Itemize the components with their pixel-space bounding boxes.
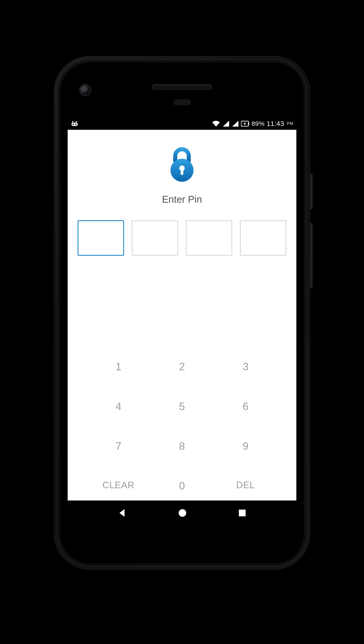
svg-rect-11 (239, 510, 246, 516)
svg-point-4 (75, 124, 76, 125)
key-5[interactable]: 5 (150, 400, 214, 412)
pin-input-row (78, 220, 286, 256)
pin-cell-2[interactable] (132, 220, 178, 256)
nav-back-button[interactable] (117, 508, 128, 518)
device-screen: 89% 11:43 PM (68, 118, 296, 526)
key-6[interactable]: 6 (214, 400, 277, 412)
pin-cell-4[interactable] (240, 220, 286, 256)
key-4[interactable]: 4 (87, 400, 150, 412)
numeric-keypad: 1 2 3 4 5 6 7 8 9 CLEAR 0 DEL (68, 360, 296, 492)
nav-recent-button[interactable] (237, 508, 247, 518)
key-0[interactable]: 0 (150, 480, 214, 492)
key-clear[interactable]: CLEAR (87, 480, 150, 492)
wifi-icon (212, 120, 220, 127)
svg-point-10 (178, 509, 186, 517)
stage: 89% 11:43 PM (0, 0, 364, 644)
svg-point-1 (76, 121, 77, 122)
key-7[interactable]: 7 (87, 440, 150, 452)
pin-cell-3[interactable] (186, 220, 232, 256)
android-nav-bar (68, 500, 296, 526)
pin-prompt: Enter Pin (162, 194, 202, 205)
front-camera (80, 85, 90, 95)
pin-cell-1[interactable] (78, 220, 124, 256)
svg-point-3 (73, 124, 74, 125)
svg-rect-6 (248, 122, 249, 125)
power-button (310, 173, 313, 209)
lock-icon (165, 146, 199, 182)
svg-rect-2 (72, 122, 78, 126)
key-2[interactable]: 2 (150, 360, 214, 373)
pin-lock-screen: Enter Pin 1 2 3 4 5 6 7 8 9 CLEAR 0 DEL (68, 130, 296, 500)
nav-home-button[interactable] (177, 508, 188, 518)
earpiece-speaker (152, 84, 212, 90)
key-del[interactable]: DEL (214, 480, 277, 492)
key-3[interactable]: 3 (214, 360, 277, 373)
key-1[interactable]: 1 (87, 360, 150, 373)
clock-time: 11:43 (266, 120, 284, 128)
battery-percent: 89% (252, 120, 265, 127)
key-8[interactable]: 8 (150, 440, 214, 452)
volume-rocker (310, 223, 313, 288)
battery-charging-icon (241, 120, 250, 127)
svg-point-0 (72, 121, 73, 122)
cell-signal-icon-2 (232, 120, 239, 127)
cell-signal-icon (222, 120, 230, 127)
os-logo-icon (70, 120, 79, 127)
status-bar: 89% 11:43 PM (68, 118, 296, 130)
svg-rect-9 (181, 170, 184, 175)
key-9[interactable]: 9 (214, 440, 277, 452)
clock-ampm: PM (287, 121, 294, 126)
proximity-sensor (173, 99, 191, 105)
